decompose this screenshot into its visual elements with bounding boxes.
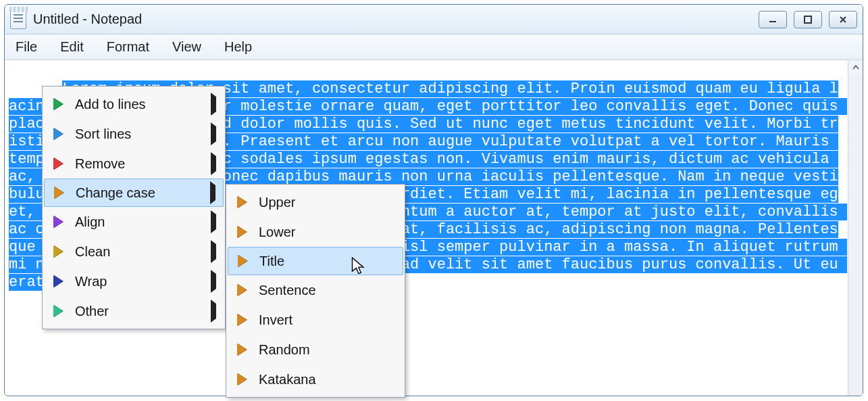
submenu-arrow-icon [209,126,218,142]
ctx-case-lower[interactable]: Lower [228,217,403,247]
context-menu-label: Random [252,342,398,358]
submenu-arrow-icon [209,97,218,112]
ctx-main-wrap[interactable]: Wrap [44,266,224,296]
ctx-case-upper[interactable]: Upper [228,187,403,217]
menu-view[interactable]: View [168,37,205,57]
ctx-main-sort-lines[interactable]: Sort lines [44,119,224,149]
submenu-arrow-icon [209,274,218,289]
submenu-arrow-icon [209,156,218,172]
context-menu-label: Upper [252,195,398,210]
ctx-case-sentence[interactable]: Sentence [228,275,403,305]
context-menu-label: Lower [252,225,398,240]
mouse-cursor [351,257,367,279]
triangle-icon [232,284,252,296]
ctx-main-align[interactable]: Align [44,207,224,237]
menu-help[interactable]: Help [220,37,256,57]
minimize-button[interactable] [759,11,787,28]
menu-edit[interactable]: Edit [56,37,87,57]
submenu-arrow-icon [209,244,218,260]
context-menu-label: Remove [68,156,209,172]
context-menu-label: Clean [68,244,209,260]
ctx-main-remove[interactable]: Remove [44,149,224,179]
submenu-arrow-icon [209,214,218,230]
triangle-icon [232,373,252,385]
triangle-icon [232,344,252,356]
notepad-icon [10,10,26,29]
ctx-main-other[interactable]: Other [44,296,224,326]
triangle-icon [48,305,68,317]
menu-file[interactable]: File [11,37,41,57]
triangle-icon [48,216,68,228]
close-button[interactable] [829,11,857,28]
ctx-case-random[interactable]: Random [228,335,403,364]
ctx-case-katakana[interactable]: Katakana [228,364,403,394]
minimize-icon [768,15,777,24]
triangle-icon [48,275,68,287]
close-icon [838,15,848,24]
context-menu-label: Add to lines [68,97,209,112]
submenu-arrow-icon [209,304,218,319]
window-controls [759,11,857,28]
maximize-button[interactable] [794,11,822,28]
context-menu-label: Title [253,254,397,269]
menu-format[interactable]: Format [103,37,153,57]
scroll-track[interactable] [848,75,863,396]
titlebar[interactable]: Untitled - Notepad [5,5,863,34]
context-menu-label: Align [68,214,209,230]
submenu-arrow-icon [208,185,218,201]
context-menu-label: Wrap [68,274,209,289]
triangle-icon [49,187,69,199]
vertical-scrollbar[interactable] [848,60,863,396]
triangle-icon [232,226,252,238]
triangle-icon [48,158,68,170]
triangle-icon [232,314,252,326]
ctx-case-invert[interactable]: Invert [228,305,403,335]
ctx-main-clean[interactable]: Clean [44,237,224,266]
scroll-up-button[interactable] [848,60,863,75]
context-menu-label: Other [68,304,209,319]
context-menu-label: Sentence [252,283,398,298]
context-menu-label: Change case [69,185,208,201]
ctx-case-title[interactable]: Title [228,247,403,275]
svg-rect-1 [805,16,811,23]
ctx-main-change-case[interactable]: Change case [44,179,224,207]
context-menu-change-case: UpperLowerTitleSentenceInvertRandomKatak… [226,184,405,398]
maximize-icon [803,15,813,24]
triangle-icon [232,255,253,267]
chevron-up-icon [852,64,859,71]
context-menu-label: Katakana [252,372,398,387]
triangle-icon [48,98,68,110]
context-menu-label: Invert [252,312,398,328]
triangle-icon [48,128,68,140]
window-title: Untitled - Notepad [33,11,759,27]
ctx-main-add-to-lines[interactable]: Add to lines [44,89,224,119]
svg-rect-0 [769,21,776,22]
triangle-icon [232,196,252,208]
context-menu-label: Sort lines [68,126,209,142]
cursor-icon [351,257,367,276]
context-menu-main: Add to linesSort linesRemoveChange caseA… [42,86,226,329]
menubar: File Edit Format View Help [5,34,863,60]
triangle-icon [48,245,68,258]
